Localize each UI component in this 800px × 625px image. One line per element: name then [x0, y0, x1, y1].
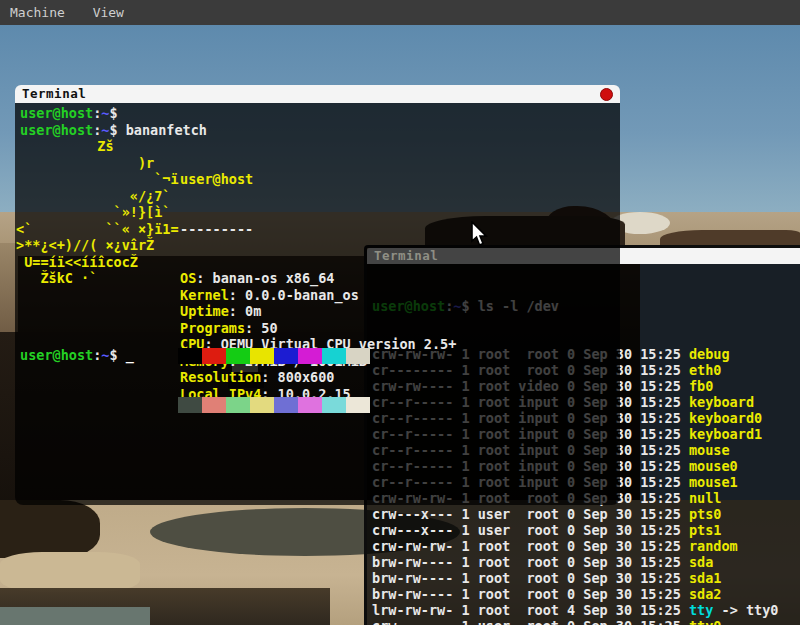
fetch-field-value: banan-os x86_64	[213, 270, 335, 286]
ls-row-filename: keyboard	[689, 394, 754, 410]
ls-row-filename: random	[689, 538, 738, 554]
palette-row-normal	[178, 348, 370, 364]
menu-item-view[interactable]: View	[83, 0, 134, 25]
palette-swatch	[226, 348, 250, 364]
ls-row-meta: crw-rw-rw- 1 root root 0 Sep 30 15:25	[372, 538, 689, 554]
vm-menu-bar: Machine View	[0, 0, 800, 25]
wallpaper-pool	[0, 607, 150, 625]
ls-row-meta: crw------- 1 user root 0 Sep 30 15:25	[372, 618, 689, 625]
terminal1-content[interactable]: user@host:~$ user@host:~$ bananfetch Zš …	[15, 103, 620, 505]
palette-row-bright	[178, 397, 370, 413]
palette-swatch	[202, 397, 226, 413]
fetch-field-value: 0.0.0-banan_os	[245, 287, 359, 303]
fetch-field-label: Kernel	[180, 287, 229, 303]
ls-row-filename: tty	[689, 602, 713, 618]
ls-row-meta: lrw-rw-rw- 1 root root 4 Sep 30 15:25	[372, 602, 689, 618]
ls-row-filename: keyboard1	[689, 426, 762, 442]
ls-row-filename: sda1	[689, 570, 722, 586]
ls-row-meta: crw---x--- 1 user root 0 Sep 30 15:25	[372, 522, 689, 538]
palette-swatch	[298, 348, 322, 364]
ls-row: crw---x--- 1 user root 0 Sep 30 15:25 pt…	[369, 506, 800, 522]
fetch-field: Kernel: 0.0.0-banan_os	[180, 287, 456, 304]
palette-swatch	[178, 397, 202, 413]
palette-swatch	[274, 397, 298, 413]
ls-row: brw-rw---- 1 root root 0 Sep 30 15:25 sd…	[369, 570, 800, 586]
palette-swatch	[322, 348, 346, 364]
ls-row-filename: eth0	[689, 362, 722, 378]
terminal-window-1[interactable]: Terminal user@host:~$ user@host:~$ banan…	[15, 85, 620, 505]
ls-row-filename: mouse1	[689, 474, 738, 490]
menu-item-machine[interactable]: Machine	[0, 0, 75, 25]
terminal1-titlebar[interactable]: Terminal	[15, 85, 620, 103]
ls-row-filename: tty0	[689, 618, 722, 625]
wallpaper-shadow	[0, 500, 100, 558]
ls-row-meta: brw-rw---- 1 root root 0 Sep 30 15:25	[372, 554, 689, 570]
text-cursor: _	[126, 347, 134, 363]
palette-swatch	[322, 397, 346, 413]
terminal1-prompt-line: user@host:~$	[20, 105, 118, 122]
ls-row-filename: pts0	[689, 506, 722, 522]
wallpaper-stones	[0, 552, 140, 592]
fetch-divider: ---------	[180, 221, 456, 238]
ls-row-filename: pts1	[689, 522, 722, 538]
ls-row: lrw-rw-rw- 1 root root 4 Sep 30 15:25 tt…	[369, 602, 800, 618]
ls-row-meta: brw-rw---- 1 root root 0 Sep 30 15:25	[372, 570, 689, 586]
palette-swatch	[274, 348, 298, 364]
ls-row-filename: fb0	[689, 378, 713, 394]
ls-row-filename: null	[689, 490, 722, 506]
ls-row-filename: mouse0	[689, 458, 738, 474]
palette-swatch	[346, 397, 370, 413]
terminal1-prompt-line: user@host:~$ _	[20, 347, 134, 364]
fetch-header: user@host	[180, 171, 456, 188]
ls-row-meta: crw---x--- 1 user root 0 Sep 30 15:25	[372, 506, 689, 522]
fetch-field: OS: banan-os x86_64	[180, 270, 456, 287]
palette-swatch	[346, 348, 370, 364]
ls-row: brw-rw---- 1 root root 0 Sep 30 15:25 sd…	[369, 554, 800, 570]
ls-row: crw------- 1 user root 0 Sep 30 15:25 tt…	[369, 618, 800, 625]
command-text: bananfetch	[126, 122, 207, 138]
palette-swatch	[178, 348, 202, 364]
ansi-color-palette	[178, 315, 370, 446]
banana-ascii-art: Zš )r `¬ï «/¿7` `»!}[ì` <` ``« ×}ï1= >**…	[16, 138, 179, 287]
ls-row-filename: mouse	[689, 442, 730, 458]
fetch-field-label: OS	[180, 270, 196, 286]
ls-row: crw---x--- 1 user root 0 Sep 30 15:25 pt…	[369, 522, 800, 538]
ls-row-filename: sda2	[689, 586, 722, 602]
terminal1-command-line: user@host:~$ bananfetch	[20, 122, 207, 139]
ls-row: brw-rw---- 1 root root 0 Sep 30 15:25 sd…	[369, 586, 800, 602]
palette-swatch	[202, 348, 226, 364]
ls-row-link-target: -> tty0	[713, 602, 778, 618]
close-button[interactable]	[600, 88, 613, 101]
terminal2-title: Terminal	[367, 248, 438, 263]
ls-row-meta: brw-rw---- 1 root root 0 Sep 30 15:25	[372, 586, 689, 602]
vm-screen: Terminal user@host:~$ ls -l /dev crw-rw-…	[0, 0, 800, 625]
mouse-cursor-icon	[470, 221, 489, 247]
palette-swatch	[250, 348, 274, 364]
palette-swatch	[226, 397, 250, 413]
palette-swatch	[250, 397, 274, 413]
ls-row: crw-rw-rw- 1 root root 0 Sep 30 15:25 ra…	[369, 538, 800, 554]
terminal1-title: Terminal	[15, 86, 86, 101]
ls-row-filename: keyboard0	[689, 410, 762, 426]
ls-row-filename: sda	[689, 554, 713, 570]
ls-row-filename: debug	[689, 346, 730, 362]
palette-swatch	[298, 397, 322, 413]
